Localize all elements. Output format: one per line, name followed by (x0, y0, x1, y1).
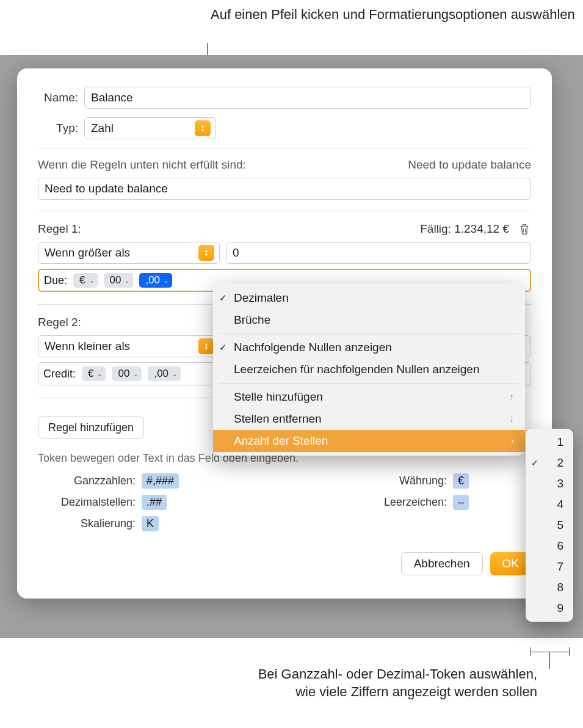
menu-separator (219, 383, 519, 384)
name-input[interactable]: Balance (84, 87, 531, 109)
rule1-value-input[interactable]: 0 (226, 242, 531, 264)
submenu-label: 6 (557, 539, 563, 553)
rules-not-met-value: Need to update balance (45, 182, 168, 195)
submenu-label: 4 (557, 498, 563, 511)
decimal-token[interactable]: ,00 ⌄ (148, 366, 181, 381)
submenu-item-3[interactable]: 3 (526, 473, 573, 494)
rules-not-met-header: Wenn die Regeln unten nicht erfüllt sind… (38, 158, 531, 172)
currency-token[interactable]: € ⌄ (82, 366, 106, 381)
menu-item-add-digit[interactable]: Stelle hinzufügen ↑ (213, 386, 525, 408)
menu-item-remove-digit[interactable]: Stellen entfernen ↓ (213, 408, 525, 430)
menu-item-num-digits[interactable]: Anzahl der Stellen › (213, 430, 525, 452)
check-icon: ✓ (219, 293, 227, 304)
rules-not-met-label: Wenn die Regeln unten nicht erfüllt sind… (38, 158, 246, 172)
legend-label-leerzeichen: Leerzeichen: (374, 496, 453, 509)
token-text: ,00 (154, 368, 168, 380)
integer-token[interactable]: 00 ⌄ (104, 273, 134, 288)
submenu-label: 8 (557, 581, 563, 594)
up-arrow-icon: ↑ (509, 391, 514, 402)
decimal-token[interactable]: ,00 ⌄ (139, 273, 172, 288)
submenu-item-1[interactable]: 1 (526, 432, 573, 453)
rule2-condition-value: Wenn kleiner als (45, 340, 130, 353)
submenu-item-7[interactable]: 7 (526, 556, 573, 577)
callout-line (530, 652, 570, 652)
rule1-condition-select[interactable]: Wenn größer als (38, 242, 220, 264)
menu-item-trailing-zeros[interactable]: ✓ Nachfolgende Nullen anzeigen (213, 337, 525, 359)
chevron-down-icon: ⌄ (89, 277, 94, 284)
callout-top: Auf einen Pfeil kicken und Formatierungs… (211, 6, 575, 24)
legend-token-dezimal[interactable]: .## (142, 495, 167, 510)
check-icon: ✓ (219, 342, 227, 353)
rule1-title: Regel 1: (38, 222, 81, 236)
chevron-down-icon: ⌄ (172, 371, 177, 377)
legend-token-waehrung[interactable]: € (453, 473, 469, 489)
chevron-down-icon: ⌄ (133, 371, 138, 377)
rule1-header: Regel 1: Fällig: 1.234,12 € (38, 222, 531, 236)
legend-token-leerzeichen[interactable]: – (453, 495, 469, 510)
chevron-down-icon: ⌄ (97, 371, 102, 377)
chevron-down-icon: ⌄ (164, 277, 168, 284)
menu-item-trailing-spaces[interactable]: Leerzeichen für nachfolgenden Nullen anz… (213, 359, 525, 380)
type-select[interactable]: Zahl (84, 117, 216, 139)
rule1-value: 0 (233, 246, 239, 260)
menu-item-dezimalen[interactable]: ✓ Dezimalen (213, 287, 525, 309)
rule1-example: Fällig: 1.234,12 € (420, 222, 509, 236)
type-value: Zahl (91, 122, 114, 135)
legend-label-skalierung: Skalierung: (38, 517, 142, 530)
menu-label: Stellen entfernen (234, 412, 322, 426)
legend-token-skalierung[interactable]: K (142, 516, 159, 531)
submenu-item-4[interactable]: 4 (526, 494, 573, 515)
menu-label: Dezimalen (234, 291, 289, 305)
token-text: ,00 (145, 274, 160, 286)
type-label: Typ: (38, 122, 84, 135)
menu-item-brueche[interactable]: Brüche (213, 309, 525, 331)
submenu-label: 5 (557, 519, 563, 532)
ok-button[interactable]: OK (490, 552, 531, 575)
currency-token[interactable]: € ⌄ (73, 273, 97, 288)
legend-label-waehrung: Währung: (374, 475, 453, 487)
divider (38, 211, 531, 211)
submenu-item-9[interactable]: 9 (526, 598, 573, 619)
integer-token[interactable]: 00 ⌄ (112, 366, 142, 381)
rules-not-met-preview: Need to update balance (408, 158, 531, 172)
dialog-buttons: Abbrechen OK (38, 552, 531, 575)
submenu-item-8[interactable]: 8 (526, 577, 573, 598)
format-popup-menu: ✓ Dezimalen Brüche ✓ Nachfolgende Nullen… (213, 283, 525, 456)
rule1-condition-value: Wenn größer als (45, 246, 130, 260)
token-text: € (88, 368, 93, 380)
menu-label: Leerzeichen für nachfolgenden Nullen anz… (234, 363, 479, 376)
divider (38, 148, 531, 148)
rule2-condition-select[interactable]: Wenn kleiner als (38, 335, 220, 357)
rule1-condition-row: Wenn größer als 0 (38, 242, 531, 264)
add-rule-label: Regel hinzufügen (48, 421, 134, 434)
add-rule-button[interactable]: Regel hinzufügen (38, 417, 144, 439)
submenu-label: 2 (557, 456, 563, 470)
menu-label: Stelle hinzufügen (234, 390, 323, 404)
type-row: Typ: Zahl (38, 117, 531, 139)
ok-label: OK (502, 557, 519, 570)
chevron-down-icon: ⌄ (125, 277, 129, 284)
token-text: € (79, 274, 85, 286)
rule1-token-label: Due: (44, 274, 67, 287)
menu-label: Brüche (234, 313, 270, 327)
legend-token-ganzzahlen[interactable]: #,### (142, 473, 179, 489)
submenu-item-2[interactable]: ✓2 (526, 453, 573, 473)
stepper-icon (198, 338, 214, 354)
callout-line (530, 647, 531, 656)
submenu-label: 9 (557, 602, 563, 615)
legend-label-ganzzahlen: Ganzzahlen: (38, 475, 142, 487)
menu-label: Anzahl der Stellen (234, 434, 328, 448)
submenu-item-5[interactable]: 5 (526, 515, 573, 536)
cancel-button[interactable]: Abbrechen (401, 552, 483, 575)
token-text: 00 (110, 274, 121, 286)
name-row: Name: Balance (38, 87, 531, 109)
legend-grid: Ganzzahlen: #,### Währung: € Dezimalstel… (38, 473, 531, 531)
name-value: Balance (91, 91, 133, 104)
down-arrow-icon: ↓ (509, 413, 514, 424)
submenu-item-6[interactable]: 6 (526, 536, 573, 556)
digits-submenu: 1✓23456789 (526, 429, 573, 622)
trash-icon[interactable] (518, 222, 531, 236)
menu-separator (219, 333, 519, 334)
submenu-label: 7 (557, 560, 563, 573)
rules-not-met-input[interactable]: Need to update balance (38, 178, 531, 200)
